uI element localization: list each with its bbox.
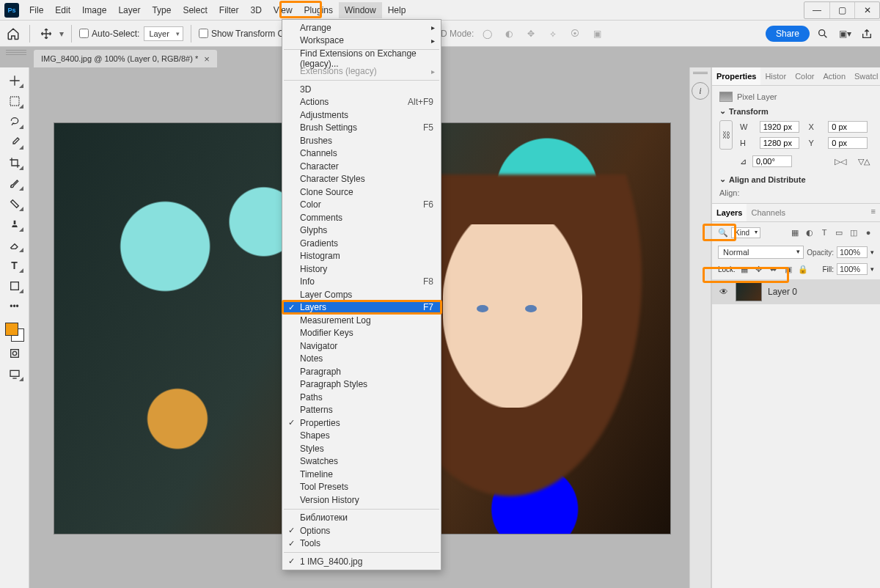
window-menu-actions[interactable]: ActionsAlt+F9: [282, 96, 441, 109]
window-menu-3d[interactable]: 3D: [282, 83, 441, 96]
menu-view[interactable]: View: [268, 2, 298, 18]
window-menu-adjustments[interactable]: Adjustments: [282, 109, 441, 122]
document-tab[interactable]: IMG_8400.jpg @ 100% (Layer 0, RGB/8#) * …: [34, 50, 217, 67]
menu-layer[interactable]: Layer: [112, 2, 146, 18]
close-button[interactable]: ✕: [854, 2, 879, 18]
window-menu-glyphs[interactable]: Glyphs: [282, 224, 441, 238]
brush-tool[interactable]: [4, 174, 25, 192]
window-menu-notes[interactable]: Notes: [282, 353, 441, 366]
tab-properties[interactable]: Properties: [712, 67, 760, 85]
window-menu-modifier-keys[interactable]: Modifier Keys: [282, 327, 441, 340]
healing-tool[interactable]: [4, 195, 25, 213]
export-icon[interactable]: [858, 25, 876, 43]
window-menu-patterns[interactable]: Patterns: [282, 404, 441, 417]
lock-nesting-icon[interactable]: ▣: [782, 263, 794, 275]
window-menu-comments[interactable]: Comments: [282, 211, 441, 224]
y-input[interactable]: [828, 137, 868, 149]
align-section[interactable]: Align and Distribute: [719, 174, 873, 184]
window-menu-gradients[interactable]: Gradients: [282, 237, 441, 250]
blend-mode-select[interactable]: Normal: [718, 246, 804, 259]
eyedropper-tool[interactable]: [4, 133, 25, 151]
window-menu-options[interactable]: Options: [282, 524, 441, 537]
window-menu-history[interactable]: History: [282, 262, 441, 276]
auto-select-checkbox[interactable]: Auto-Select:: [79, 29, 139, 39]
minimize-button[interactable]: —: [804, 2, 829, 18]
lock-pixels-icon[interactable]: ▦: [738, 263, 750, 275]
link-dimensions-icon[interactable]: ⛓: [719, 120, 733, 150]
width-input[interactable]: [760, 121, 799, 133]
window-menu-navigator[interactable]: Navigator: [282, 339, 441, 353]
window-menu-info[interactable]: InfoF8: [282, 276, 441, 289]
tab-color[interactable]: Color: [791, 67, 818, 85]
tab-channels[interactable]: Channels: [747, 204, 789, 221]
tab-layers[interactable]: Layers: [712, 204, 747, 221]
visibility-icon[interactable]: 👁: [718, 287, 730, 297]
height-input[interactable]: [760, 137, 799, 149]
transform-section[interactable]: Transform: [719, 106, 873, 116]
menu-3d[interactable]: 3D: [244, 2, 267, 18]
share-button[interactable]: Share: [766, 26, 810, 42]
type-tool[interactable]: T: [4, 257, 25, 274]
tab-history[interactable]: Histor: [760, 67, 791, 85]
menu-help[interactable]: Help: [382, 2, 412, 18]
tab-actions[interactable]: Action: [818, 67, 850, 85]
window-menu-brushes[interactable]: Brushes: [282, 134, 441, 147]
window-menu-paragraph-styles[interactable]: Paragraph Styles: [282, 378, 441, 392]
window-menu-shapes[interactable]: Shapes: [282, 430, 441, 443]
lasso-tool[interactable]: [4, 113, 25, 131]
window-menu-timeline[interactable]: Timeline: [282, 468, 441, 481]
layers-panel-menu-icon[interactable]: ≡: [867, 204, 880, 221]
move-tool-icon[interactable]: [37, 25, 55, 43]
x-input[interactable]: [828, 121, 868, 133]
workspace-switcher-icon[interactable]: ▣▾: [836, 25, 854, 43]
shape-tool[interactable]: [4, 277, 25, 295]
lock-position-icon[interactable]: ✥: [753, 263, 765, 275]
window-menu-tool-presets[interactable]: Tool Presets: [282, 481, 441, 494]
window-menu-color[interactable]: ColorF6: [282, 199, 441, 212]
stamp-tool[interactable]: [4, 216, 25, 233]
menu-type[interactable]: Type: [146, 2, 177, 18]
layer-row[interactable]: 👁 Layer 0: [712, 279, 880, 304]
window-menu-character[interactable]: Character: [282, 160, 441, 173]
filter-shape-icon[interactable]: ▭: [833, 227, 845, 238]
window-menu-arrange[interactable]: Arrange: [282, 21, 441, 34]
filter-adjust-icon[interactable]: ◐: [804, 227, 815, 238]
filter-type-icon[interactable]: T: [818, 227, 830, 238]
eraser-tool[interactable]: [4, 236, 25, 254]
menu-select[interactable]: Select: [177, 2, 213, 18]
search-icon[interactable]: [814, 25, 832, 43]
quick-mask-tool[interactable]: [4, 345, 25, 362]
window-menu-version-history[interactable]: Version History: [282, 493, 441, 507]
home-icon[interactable]: [4, 25, 22, 43]
more-tools[interactable]: •••: [4, 298, 25, 315]
panel-grip-left[interactable]: [6, 50, 26, 57]
fill-input[interactable]: 100%: [837, 263, 868, 275]
auto-select-target-select[interactable]: Layer: [144, 26, 183, 41]
fg-color-swatch[interactable]: [5, 323, 18, 336]
window-menu-character-styles[interactable]: Character Styles: [282, 173, 441, 186]
flip-horizontal-icon[interactable]: ▷◁: [832, 152, 849, 170]
window-menu-brush-settings[interactable]: Brush SettingsF5: [282, 122, 441, 135]
layer-filter-kind-select[interactable]: Kind: [731, 227, 760, 238]
window-menu-1-img-8400-jpg[interactable]: 1 IMG_8400.jpg: [282, 555, 441, 568]
window-menu--[interactable]: Библиотеки: [282, 512, 441, 525]
opacity-input[interactable]: 100%: [837, 246, 868, 258]
menu-edit[interactable]: Edit: [49, 2, 76, 18]
filter-toggle-icon[interactable]: ●: [862, 227, 874, 238]
flip-vertical-icon[interactable]: ▽△: [855, 152, 873, 170]
window-menu-layers[interactable]: LayersF7: [282, 301, 441, 315]
layer-name[interactable]: Layer 0: [768, 287, 797, 297]
filter-smart-icon[interactable]: ◫: [848, 227, 859, 238]
window-menu-workspace[interactable]: Workspace: [282, 34, 441, 48]
window-menu-properties[interactable]: Properties: [282, 416, 441, 430]
marquee-tool[interactable]: [4, 92, 25, 110]
menu-file[interactable]: File: [23, 2, 49, 18]
menu-image[interactable]: Image: [76, 2, 112, 18]
window-menu-paragraph[interactable]: Paragraph: [282, 365, 441, 378]
window-menu-swatches[interactable]: Swatches: [282, 455, 441, 468]
crop-tool[interactable]: [4, 154, 25, 172]
tab-swatches[interactable]: Swatcl: [850, 67, 880, 85]
move-tool[interactable]: [4, 72, 25, 89]
window-menu-styles[interactable]: Styles: [282, 442, 441, 455]
menu-window[interactable]: Window: [339, 2, 382, 18]
